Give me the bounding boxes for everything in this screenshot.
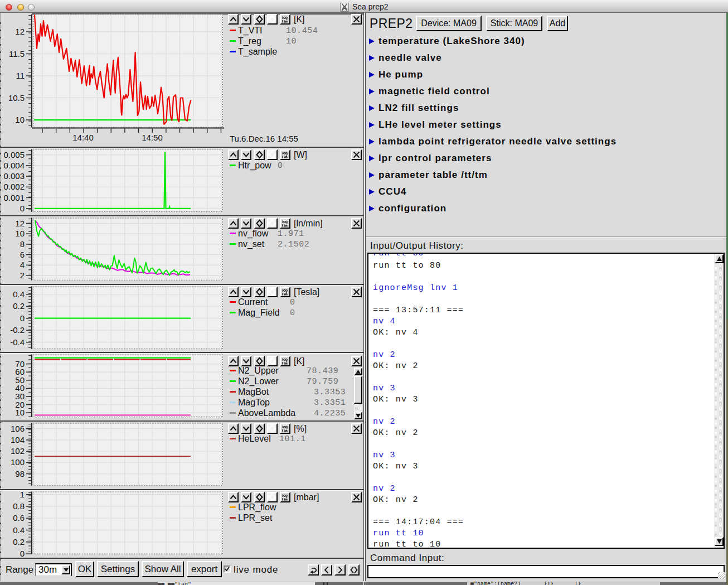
svg-text:-0.2: -0.2 xyxy=(10,325,25,335)
svg-text:0.001: 0.001 xyxy=(3,193,25,202)
svg-text:104: 104 xyxy=(11,435,25,444)
svg-text:0.004: 0.004 xyxy=(3,161,25,170)
svg-text:0.6: 0.6 xyxy=(13,513,25,523)
svg-text:4: 4 xyxy=(20,260,25,269)
svg-text:1: 1 xyxy=(20,490,25,499)
svg-text:10: 10 xyxy=(15,408,25,417)
svg-text:106: 106 xyxy=(11,424,25,433)
svg-text:10: 10 xyxy=(15,229,25,238)
svg-text:10.5: 10.5 xyxy=(8,93,25,103)
svg-text:0.003: 0.003 xyxy=(3,171,25,181)
svg-text:0.2: 0.2 xyxy=(13,301,25,311)
svg-text:12: 12 xyxy=(15,27,25,36)
svg-text:98: 98 xyxy=(15,469,25,478)
svg-text:102: 102 xyxy=(11,446,25,456)
svg-text:0.002: 0.002 xyxy=(3,182,25,191)
svg-text:14:50: 14:50 xyxy=(142,133,163,142)
svg-text:11: 11 xyxy=(16,71,25,80)
svg-text:-0.4: -0.4 xyxy=(10,337,25,347)
svg-text:6: 6 xyxy=(20,250,25,259)
svg-text:0.4: 0.4 xyxy=(13,525,25,535)
svg-text:12: 12 xyxy=(15,219,25,228)
svg-text:0.4: 0.4 xyxy=(13,289,25,299)
svg-text:14:40: 14:40 xyxy=(72,133,94,142)
svg-text:0: 0 xyxy=(20,204,25,213)
svg-text:0.8: 0.8 xyxy=(13,501,25,511)
svg-text:0: 0 xyxy=(20,549,25,558)
svg-text:0: 0 xyxy=(20,313,25,323)
svg-text:10: 10 xyxy=(15,115,25,124)
svg-text:0.005: 0.005 xyxy=(3,150,25,159)
svg-text:8: 8 xyxy=(20,239,25,249)
svg-text:11.5: 11.5 xyxy=(9,49,25,59)
svg-text:0.2: 0.2 xyxy=(13,537,25,547)
svg-text:2: 2 xyxy=(20,270,25,280)
svg-text:100: 100 xyxy=(11,457,25,467)
